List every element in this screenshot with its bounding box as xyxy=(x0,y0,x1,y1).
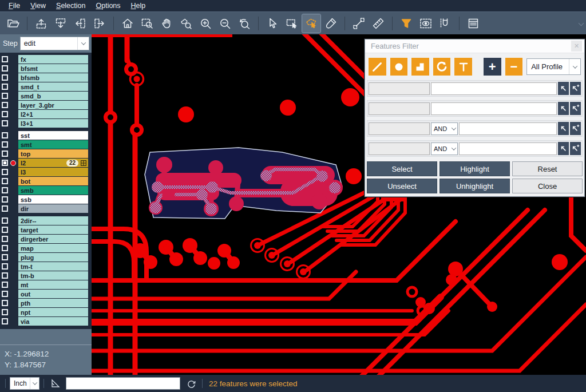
zoom-polygon-button[interactable] xyxy=(177,14,195,33)
filter-add-button[interactable]: + xyxy=(484,58,501,76)
layer-smd_b[interactable]: smd_b xyxy=(18,92,88,100)
include-attributes-pick-arrow-button[interactable] xyxy=(558,122,569,135)
layer-checkbox[interactable] xyxy=(2,217,8,224)
layer-row-smb[interactable]: smb xyxy=(0,186,92,195)
layer-checkbox[interactable] xyxy=(2,291,8,297)
layer-row-top[interactable]: top xyxy=(0,149,92,158)
menu-help[interactable]: Help xyxy=(126,1,151,11)
menu-selection[interactable]: Selection xyxy=(51,1,90,11)
layer-smd_t[interactable]: smd_t xyxy=(18,82,88,91)
sync-icon[interactable] xyxy=(184,377,198,390)
layer-row-npt[interactable]: npt xyxy=(0,308,92,316)
layer-checkbox[interactable] xyxy=(2,65,8,72)
highlight-button[interactable]: Highlight xyxy=(440,161,510,176)
layer-row-fx[interactable]: fx xyxy=(0,55,92,64)
include-attributes-operator-select[interactable]: AND xyxy=(431,122,458,135)
exclude-symbols-input[interactable] xyxy=(431,102,557,115)
exclude-attributes-operator-select[interactable]: AND xyxy=(431,142,458,155)
snap-mode-button[interactable] xyxy=(436,14,454,33)
layer-row-mt[interactable]: mt xyxy=(0,280,92,289)
zoom-in-button[interactable] xyxy=(196,14,215,33)
layer-row-tm-b[interactable]: tm-b xyxy=(0,271,92,280)
exclude-symbols-button[interactable] xyxy=(369,102,430,115)
layers-panel-button[interactable] xyxy=(464,14,482,33)
layer-checkbox[interactable] xyxy=(2,318,8,324)
layer-smb[interactable]: smb xyxy=(18,186,88,195)
layer-layer_3.gbr[interactable]: layer_3.gbr xyxy=(18,101,88,109)
menu-view[interactable]: View xyxy=(25,1,51,11)
exclude-symbols-pick-arrow-button[interactable] xyxy=(558,102,569,115)
layer-checkbox[interactable] xyxy=(2,84,8,90)
corner-angle-icon[interactable] xyxy=(48,377,62,390)
menu-options[interactable]: Options xyxy=(90,1,125,11)
select-pointer-button[interactable] xyxy=(263,14,282,33)
open-file-button[interactable] xyxy=(4,14,22,33)
profile-select[interactable]: All Profile xyxy=(526,58,581,75)
exclude-attributes-pick-arrow-add-button[interactable] xyxy=(570,142,581,155)
layer-2dir--[interactable]: 2dir-- xyxy=(18,216,88,225)
features-filter-button[interactable] xyxy=(397,14,415,33)
layer-checkbox[interactable] xyxy=(2,169,8,175)
layer-row-pth[interactable]: pth xyxy=(0,299,92,307)
layer-checkbox[interactable] xyxy=(2,227,8,233)
select-rectangle-button[interactable] xyxy=(283,14,301,33)
layer-checkbox[interactable] xyxy=(2,111,8,117)
layer-checkbox[interactable] xyxy=(2,187,8,193)
layer-row-sst[interactable]: sst xyxy=(0,131,92,140)
layer-checkbox[interactable] xyxy=(2,245,8,251)
exclude-attributes-button[interactable] xyxy=(369,142,430,155)
include-attributes-pick-arrow-add-button[interactable] xyxy=(570,122,581,135)
layer-bfsmb[interactable]: bfsmb xyxy=(18,73,88,82)
layer-grid-icon[interactable] xyxy=(81,160,86,166)
layer-bot[interactable]: bot xyxy=(18,177,88,185)
layer-row-l2[interactable]: l222 xyxy=(0,159,92,167)
layer-row-via[interactable]: via xyxy=(0,317,92,326)
layer-l2[interactable]: l222 xyxy=(18,159,88,167)
layer-row-l3[interactable]: l3 xyxy=(0,168,92,176)
layer-row-plug[interactable]: plug xyxy=(0,253,92,262)
layer-l3[interactable]: l3 xyxy=(18,168,88,176)
layer-plug[interactable]: plug xyxy=(18,253,88,262)
zoom-out-button[interactable] xyxy=(216,14,234,33)
layer-npt[interactable]: npt xyxy=(18,308,88,316)
layer-tm-b[interactable]: tm-b xyxy=(18,271,88,280)
layer-via[interactable]: via xyxy=(18,317,88,326)
layer-smt[interactable]: smt xyxy=(18,140,88,149)
filter-line-button[interactable] xyxy=(369,58,386,76)
select-polygon-button[interactable] xyxy=(302,14,320,33)
layer-checkbox[interactable] xyxy=(2,178,8,184)
layer-checkbox[interactable] xyxy=(2,309,8,315)
layer-row-tm-t[interactable]: tm-t xyxy=(0,262,92,271)
layer-pth[interactable]: pth xyxy=(18,299,88,307)
layer-out[interactable]: out xyxy=(18,290,88,298)
filter-arc-button[interactable] xyxy=(433,58,451,76)
layer-checkbox[interactable] xyxy=(2,120,8,126)
layer-row-map[interactable]: map xyxy=(0,244,92,252)
reset-button[interactable]: Reset xyxy=(512,161,583,176)
exclude-attributes-pick-arrow-button[interactable] xyxy=(558,142,569,155)
layer-row-l3+1[interactable]: l3+1 xyxy=(0,119,92,128)
layer-mt[interactable]: mt xyxy=(18,280,88,289)
layer-checkbox[interactable] xyxy=(2,132,8,138)
include-symbols-pick-arrow-button[interactable] xyxy=(558,82,569,95)
pan-right-button[interactable] xyxy=(90,14,109,33)
layer-l3+1[interactable]: l3+1 xyxy=(18,119,88,128)
include-symbols-pick-arrow-add-button[interactable] xyxy=(570,82,581,95)
pan-left-button[interactable] xyxy=(71,14,89,33)
include-attributes-button[interactable] xyxy=(369,122,430,135)
layer-row-bfsmb[interactable]: bfsmb xyxy=(0,73,92,82)
menu-file[interactable]: File xyxy=(3,1,25,11)
layer-row-smd_b[interactable]: smd_b xyxy=(0,92,92,100)
include-attributes-input[interactable] xyxy=(459,122,557,135)
layer-top[interactable]: top xyxy=(18,149,88,158)
layer-checkbox[interactable] xyxy=(2,272,8,279)
filter-surface-button[interactable] xyxy=(411,58,429,76)
layer-checkbox[interactable] xyxy=(2,56,8,62)
layer-row-bot[interactable]: bot xyxy=(0,177,92,185)
filter-remove-button[interactable]: − xyxy=(505,58,523,76)
dialog-titlebar[interactable]: Features Filter ✕ xyxy=(365,39,584,53)
layer-row-target[interactable]: target xyxy=(0,225,92,234)
layer-fx[interactable]: fx xyxy=(18,55,88,64)
layer-row-bfsmt[interactable]: bfsmt xyxy=(0,64,92,73)
layer-dirgerber[interactable]: dirgerber xyxy=(18,235,88,243)
